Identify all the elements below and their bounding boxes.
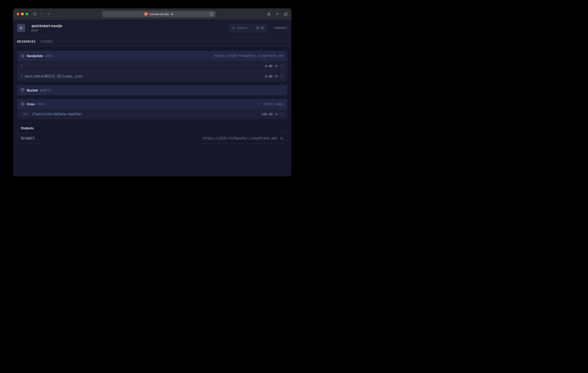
nextjs-icon — [21, 54, 25, 58]
back-button[interactable] — [46, 12, 51, 16]
url-text: console.sst.dev — [149, 12, 169, 16]
lock-icon — [171, 13, 173, 16]
browser-toolbar: console.sst.dev ••• — [13, 9, 291, 20]
cron-schedule: rate(1 day) — [263, 102, 284, 106]
svg-line-7 — [234, 28, 235, 29]
resource-card-bucket: Bucket public — [17, 85, 287, 95]
tabs: RESOURCES ISSUES — [13, 36, 291, 47]
app-header: G quickstart-nextjs prod Jump to ⌘ K LOG… — [13, 20, 291, 36]
cron-icon — [21, 102, 25, 106]
org-avatar[interactable]: G — [17, 24, 25, 32]
divider — [28, 24, 28, 32]
resource-type: NextjsSite — [27, 54, 43, 58]
output-value: https://d15lr7o7bwufnj.cloudfront.net — [203, 136, 277, 140]
minimize-window-button[interactable] — [21, 13, 24, 15]
browser-window: console.sst.dev ••• G quickstart-nextjs — [13, 9, 291, 176]
bucket-icon — [21, 88, 25, 92]
copy-icon[interactable] — [280, 137, 284, 140]
tab-resources[interactable]: RESOURCES — [17, 40, 36, 43]
resource-name: public — [40, 88, 52, 92]
nodejs-icon — [280, 75, 284, 78]
svg-point-6 — [233, 27, 234, 29]
resource-card-cron: Cron cron rate(1 day) JOB /functions/del… — [17, 99, 287, 119]
content-area: NextjsSite site https://d15lr7o7bwufnj.c… — [13, 47, 291, 176]
nodejs-icon — [280, 112, 284, 116]
search-icon — [232, 26, 235, 29]
kbd-cmd: ⌘ — [255, 26, 260, 30]
route-path: / — [21, 64, 23, 68]
resource-type: Bucket — [27, 88, 38, 92]
chevron-down-icon[interactable] — [40, 13, 42, 15]
share-icon[interactable] — [267, 12, 271, 16]
resource-type: Cron — [27, 102, 35, 106]
svg-point-13 — [22, 104, 23, 105]
project-switcher[interactable] — [67, 26, 70, 30]
sst-logo-icon — [145, 12, 147, 16]
resource-header: NextjsSite site https://d15lr7o7bwufnj.c… — [17, 51, 287, 61]
output-key: SiteUrl — [21, 136, 35, 140]
close-window-button[interactable] — [17, 13, 19, 15]
svg-marker-14 — [281, 113, 283, 116]
function-row[interactable]: JOB /functions/delete.handler 123.49 KB — [21, 109, 284, 119]
tab-issues[interactable]: ISSUES — [41, 40, 53, 43]
stage-name: prod — [32, 28, 62, 32]
svg-rect-5 — [285, 13, 287, 15]
resource-name: cron — [37, 102, 44, 106]
maximize-window-button[interactable] — [25, 13, 28, 15]
route-path: /_next/data/BUILD_ID/index.json — [21, 74, 83, 78]
size-value: 6.86 — [265, 64, 273, 68]
resource-url[interactable]: https://d15lr7o7bwufnj.cloudfront.net — [215, 54, 284, 57]
project-name: quickstart-nextjs — [32, 24, 62, 28]
project-info: quickstart-nextjs prod — [32, 24, 62, 32]
function-path: /functions/delete.handler — [32, 112, 82, 116]
new-tab-icon[interactable] — [275, 12, 279, 16]
route-row[interactable]: /_next/data/BUILD_ID/index.json 6.86 MB — [21, 71, 284, 82]
traffic-lights — [17, 13, 28, 15]
nodejs-icon — [280, 64, 284, 68]
job-badge: JOB — [21, 112, 29, 116]
resource-header: Bucket public — [17, 85, 287, 95]
svg-marker-9 — [281, 64, 283, 67]
kbd-k: K — [261, 26, 265, 30]
tabs-overview-icon[interactable] — [284, 12, 288, 16]
outputs-card: Outputs SiteUrl https://d15lr7o7bwufnj.c… — [17, 123, 287, 144]
size-value: 6.86 — [265, 75, 273, 78]
svg-marker-10 — [281, 75, 283, 78]
size-unit: MB — [275, 64, 278, 67]
sidebar-toggle-icon[interactable] — [33, 12, 37, 16]
jump-to-label: Jump to — [237, 26, 247, 30]
route-row[interactable]: / 6.86 MB — [21, 61, 284, 71]
resource-card-nextjssite: NextjsSite site https://d15lr7o7bwufnj.c… — [17, 51, 287, 82]
page-settings-icon[interactable]: ••• — [210, 12, 214, 16]
svg-marker-12 — [21, 102, 24, 106]
svg-rect-0 — [33, 13, 36, 15]
resource-header: Cron cron rate(1 day) — [17, 99, 287, 109]
address-bar[interactable]: console.sst.dev ••• — [102, 11, 215, 17]
size-unit: MB — [275, 75, 278, 78]
resource-name: site — [45, 54, 53, 57]
size-value: 123.49 — [261, 112, 273, 116]
size-unit: KB — [275, 113, 278, 116]
jump-to-search[interactable]: Jump to ⌘ K — [230, 24, 267, 32]
svg-rect-15 — [281, 138, 283, 139]
logout-button[interactable]: LOGOUT — [273, 26, 287, 30]
outputs-title: Outputs — [17, 123, 287, 133]
output-row: SiteUrl https://d15lr7o7bwufnj.cloudfron… — [17, 133, 287, 143]
